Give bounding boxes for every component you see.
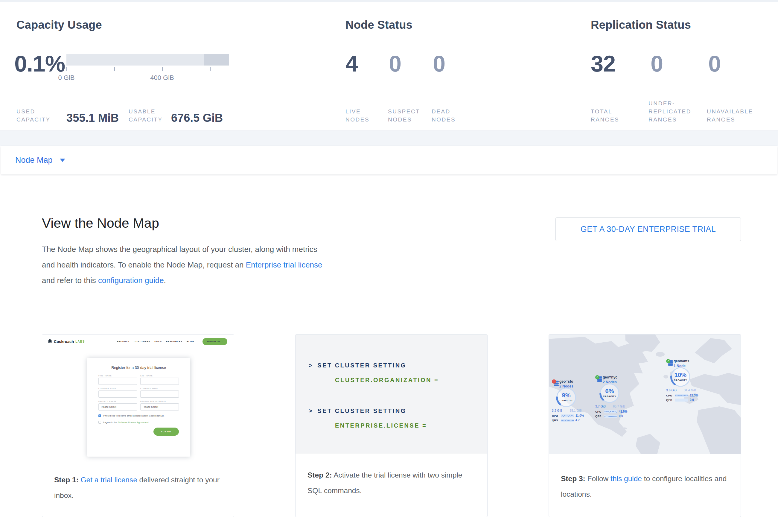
caption-text	[79, 476, 81, 484]
used-capacity-label: USED CAPACITY	[16, 107, 57, 124]
capacity-percent: 0.1%	[14, 51, 65, 77]
locality-ams: ✓ geo=ams 1 Node 10% CAPACITY 3.6 GiB34.…	[666, 359, 700, 400]
qps-value: 0.0	[619, 414, 623, 418]
caption-text: Follow	[586, 474, 611, 483]
node-map-preview: 1 geo=sfo 2 Nodes 9% CAPACITY 3.2 GiB35.…	[549, 334, 741, 454]
suspect-nodes-label: SUSPECT NODES	[388, 107, 430, 124]
node-map-dropdown-label: Node Map	[15, 156, 53, 165]
usable-value: 35.1 GiB	[569, 409, 582, 412]
mini-nav-item: BLOG	[187, 340, 194, 343]
mini-nav-item: RESOURCES	[166, 340, 182, 343]
node-status-title: Node Status	[345, 18, 412, 31]
company-name-field	[98, 390, 137, 398]
cpu-value: 11.0%	[575, 414, 584, 417]
cockroach-bug-icon	[48, 339, 52, 345]
capacity-usage-title: Capacity Usage	[16, 18, 102, 31]
view-selector-bar: Node Map	[1, 146, 777, 174]
trial-registration-screenshot: Cockroach LABS PRODUCT CUSTOMERS DOCS RE…	[42, 334, 234, 464]
description-text: .	[164, 276, 166, 285]
brand-name: Cockroach	[54, 339, 74, 344]
email-optin-label: I would like to receive email updates ab…	[103, 414, 164, 417]
section-gap	[0, 131, 778, 146]
sql-prompt: >	[309, 407, 313, 414]
checkbox-checked-icon	[98, 414, 101, 417]
brand-suffix: LABS	[75, 340, 85, 343]
capacity-label: CAPACITY	[555, 399, 577, 402]
under-replicated-ranges-value: 0	[650, 51, 663, 77]
status-ok-icon: ✓	[666, 359, 670, 363]
license-agree-label: I agree to the Software License Agreemen…	[103, 421, 149, 424]
axis-tick-label: 0 GiB	[46, 74, 87, 82]
live-nodes-value: 4	[345, 51, 358, 77]
sql-keyword: SET CLUSTER SETTING	[317, 407, 406, 414]
step3-card: 1 geo=sfo 2 Nodes 9% CAPACITY 3.2 GiB35.…	[549, 334, 741, 517]
page-title: View the Node Map	[42, 215, 159, 231]
description-text: and refer to this	[42, 276, 98, 285]
agree-text: I agree to the	[103, 421, 118, 424]
axis-tick	[210, 67, 211, 71]
cpu-sparkline-icon	[561, 414, 574, 417]
qps-sparkline-icon	[604, 415, 617, 418]
get-enterprise-trial-button[interactable]: GET A 30-DAY ENTERPRISE TRIAL	[555, 217, 741, 241]
qps-sparkline-icon	[675, 398, 688, 401]
cpu-value: 42.5%	[619, 410, 627, 413]
steps-row: Cockroach LABS PRODUCT CUSTOMERS DOCS RE…	[42, 334, 741, 517]
registration-form-panel: Register for a 30-day trial license FIRS…	[87, 358, 190, 457]
reason-for-interest-select: Please Select	[140, 403, 179, 410]
first-name-field	[98, 378, 137, 385]
capacity-label: CAPACITY	[670, 379, 691, 381]
sql-setting: CLUSTER.ORGANIZATION =	[335, 377, 487, 384]
enterprise-trial-license-link[interactable]: Enterprise trial license	[246, 260, 322, 269]
mini-nav-item: CUSTOMERS	[134, 340, 150, 343]
unavailable-ranges-value: 0	[708, 51, 720, 77]
submit-row: SUBMIT	[98, 428, 179, 436]
node-map-dropdown[interactable]: Node Map	[15, 156, 65, 165]
used-value: 3.2 GiB	[552, 409, 562, 412]
cpu-value: 12.3%	[690, 394, 698, 397]
axis-tick-label: 400 GiB	[141, 74, 183, 82]
step2-caption: Step 2: Activate the trial license with …	[296, 454, 487, 499]
cpu-sparkline-icon	[675, 394, 688, 397]
license-agree-row: I agree to the Software License Agreemen…	[98, 421, 179, 424]
step-number: Step 1:	[54, 476, 79, 484]
mini-nav-item: PRODUCT	[116, 340, 130, 343]
used-value: 3.6 GiB	[666, 388, 677, 392]
field-label: FIRST NAME	[98, 375, 137, 377]
dead-nodes-label: DEAD NODES	[432, 107, 468, 124]
status-error-icon: 1	[552, 379, 556, 384]
mini-nav-item: DOCS	[154, 340, 162, 343]
page-description: The Node Map shows the geographical layo…	[42, 241, 326, 288]
locality-name: geo=ams	[674, 359, 689, 363]
top-strip	[0, 0, 778, 2]
axis-tick	[162, 67, 163, 71]
cpu-label: CPU	[666, 394, 674, 397]
qps-sparkline-icon	[561, 419, 574, 422]
sql-commands-graphic: >SET CLUSTER SETTING CLUSTER.ORGANIZATIO…	[296, 334, 487, 454]
capacity-percent: 10%	[670, 372, 691, 379]
cpu-label: CPU	[552, 414, 559, 417]
axis-tick	[66, 67, 67, 71]
sql-keyword: SET CLUSTER SETTING	[317, 362, 406, 369]
qps-value: 4.7	[575, 419, 580, 422]
unavailable-ranges-label: UNAVAILABLE RANGES	[707, 107, 767, 124]
step1-caption: Step 1: Get a trial license delivered st…	[42, 464, 234, 503]
usable-value: 65.7 GiB	[613, 404, 625, 408]
cpu-sparkline-icon	[604, 410, 617, 413]
project-phase-select: Please Select	[98, 403, 137, 410]
checkbox-empty-icon	[98, 421, 101, 424]
mini-submit-button: SUBMIT	[153, 428, 179, 436]
locality-name: geo=nyc	[603, 375, 617, 379]
this-guide-link[interactable]: this guide	[611, 474, 642, 483]
field-label: PROJECT PHASE	[98, 400, 137, 402]
cockroach-labs-logo: Cockroach LABS	[48, 339, 85, 345]
live-nodes-label: LIVE NODES	[345, 107, 381, 124]
mini-site-nav: PRODUCT CUSTOMERS DOCS RESOURCES BLOG DO…	[116, 338, 227, 345]
capacity-bar	[66, 54, 229, 66]
suspect-nodes-value: 0	[389, 51, 401, 77]
get-trial-license-link[interactable]: Get a trial license	[81, 476, 137, 484]
last-name-field	[140, 378, 179, 385]
sql-setting: ENTERPRISE.LICENSE =	[335, 422, 487, 429]
step-number: Step 3:	[561, 474, 586, 483]
registration-form-grid: FIRST NAME LAST NAME COMPANY NAME COMPAN…	[98, 375, 179, 410]
configuration-guide-link[interactable]: configuration guide	[98, 276, 164, 285]
